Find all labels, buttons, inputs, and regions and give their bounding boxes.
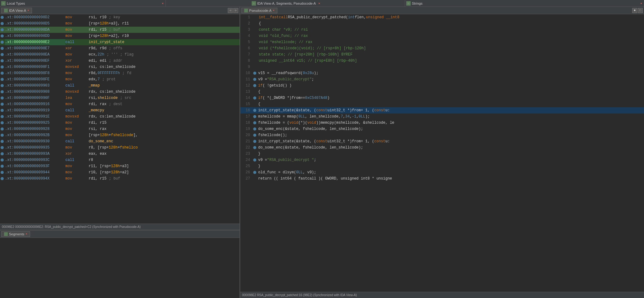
addr-13: .xt:0000000000009908 [5,89,65,95]
pseudo-icon [244,9,248,12]
pseudo-line-19: 19 do_some_enc(&state, fshellcode, len_s… [240,126,644,132]
bullet-26 [1,171,4,174]
pseudo-lnum-6: 6 [241,45,250,51]
addr-21: .xt:0000000000009930 [5,138,65,145]
strings-close[interactable]: ✕ [638,2,644,5]
ida-view-tab-close[interactable]: ✕ [27,9,29,12]
op-6: r9d, r9d [89,45,107,51]
pseudo-lnum-24: 24 [241,157,250,163]
pseudo-status-text: 000098E2 RSA_public_decrypt_patched:16 (… [242,293,357,297]
pseudo-line-6: 6 void (*fshellcode)(void); // [rsp+8h] … [240,45,644,51]
ida-code-area[interactable]: .xt:00000000000098D2 mov rsi, r10 ; key … [0,14,240,224]
mnem-22: mov [65,145,89,151]
bullet-19 [1,127,4,131]
mnem-26: mov [65,169,89,176]
addr-11: .xt:00000000000098FE [5,76,65,82]
ida-view-tab[interactable]: IDA View-A ✕ [1,8,32,13]
pseudo-line-15: 15 { [240,101,644,107]
pseudo-btn1[interactable]: ■ [632,8,637,13]
pseudo-lnum-19: 19 [241,126,250,132]
addr-26: .xt:0000000000009944 [5,169,65,176]
asm-line-19: .xt:0000000000009928 mov rsi, rax [0,126,240,132]
op-8: edi, edi [89,58,107,64]
pseudo-lnum-27: 27 [241,176,250,182]
bullet-17 [1,115,4,118]
op-9: rsi, cs:len_shellcode [89,64,135,70]
pseudo-btn2[interactable]: □ [638,8,643,13]
addr-12: .xt:0000000000009903 [5,82,65,89]
pseudo-lnum-4: 4 [241,33,250,39]
bullet-25 [1,165,4,168]
pseudo-lnum-18: 18 [241,120,250,126]
center-title-text: IDA View-A, Segments, Pseudocode-A [257,2,316,5]
asm-line-8: .xt:00000000000098EF xor edi, edi ; addr [0,58,240,64]
bullet-1 [1,16,4,19]
addr-6: .xt:00000000000098E7 [5,45,65,51]
pseudo-line-7: 7 state state; // [rsp+20h] [rbp-108h] B… [240,51,644,58]
op-21: do_some_enc [89,138,113,145]
segments-icon [4,232,8,236]
bullet-12 [1,84,4,87]
top-title-row: ⌂ Local Types ✕ ⌂ IDA View-A, Segments, … [0,0,644,7]
ida-nav-btn[interactable]: ◁ [228,8,233,13]
mnem-18: mov [65,120,89,126]
center-title-close[interactable]: ✕ [318,2,320,5]
segments-panel[interactable]: Segments ✕ [0,230,240,298]
addr-19: .xt:0000000000009928 [5,126,65,132]
comment-27: ; buf [109,176,120,182]
pseudo-line-9: 9 [240,64,644,70]
op-16: _memcpy [89,107,104,113]
bullet-5 [1,41,4,44]
addr-14: .xt:000000000000990F [5,95,65,101]
pseudo-dot-22 [253,146,256,149]
pseudo-lnum-11: 11 [241,76,250,82]
ida-nav-btn2[interactable]: ▷ [233,8,238,13]
op-3: rdi, r15 [89,27,107,33]
addr-15: .xt:0000000000009916 [5,101,65,107]
asm-line-2: .xt:00000000000098D5 mov [rsp+128h+a3], … [0,20,240,27]
ida-view-icon [4,9,8,12]
bullet-20 [1,134,4,137]
pseudo-line-20: 20 fshellcode(); [240,132,644,138]
bullet-15 [1,103,4,106]
asm-line-25: .xt:000000000000993F mov r11, [rsp+128h+… [0,163,240,169]
bullet-10 [1,72,4,75]
mnem-25: mov [65,163,89,169]
pseudo-line-12: 12 if ( !getuid() ) [240,82,644,89]
pseudo-code-area[interactable]: 1 int __fastcall RSA_public_decrypt_patc… [240,14,644,292]
local-types-close[interactable]: ✕ [160,2,165,5]
mnem-17: movsxd [65,113,89,120]
asm-line-17: .xt:000000000000991E movsxd rdx, cs:len_… [0,113,240,120]
asm-line-10: .xt:00000000000098F8 mov r8d, 0FFFFFFFFh… [0,70,240,76]
addr-8: .xt:00000000000098EF [5,58,65,64]
ida-view-header: IDA View-A ✕ ◁ ▷ [0,7,240,14]
asm-line-23: .xt:000000000000993A xor eax, eax [0,151,240,157]
pseudo-line-11: 11 v9 = "RSA_public_decrypt"; [240,76,644,82]
addr-25: .xt:000000000000993F [5,163,65,169]
pseudo-dot-20 [253,134,256,137]
op-5: init_crypt_state [89,39,124,45]
pseudo-lnum-21: 21 [241,138,250,145]
op-23: eax, eax [89,151,107,157]
pseudo-tab[interactable]: Pseudocode-A ✕ [241,8,277,13]
segments-tab-close[interactable]: ✕ [26,232,27,236]
op-24: r8 [89,157,93,163]
pseudo-lnum-22: 22 [241,145,250,151]
bullet-21 [1,140,4,143]
right-panel[interactable]: Pseudocode-A ✕ ■ □ 1 int __fastcall RSA_… [240,7,644,298]
addr-9: .xt:00000000000098F1 [5,64,65,70]
pseudo-line-18: 18 fshellcode = (void (*)(void))memcpy(m… [240,120,644,126]
ida-view-panel[interactable]: IDA View-A ✕ ◁ ▷ .xt:00000000000098D2 mo… [0,7,240,230]
segments-tab[interactable]: Segments ✕ [1,231,30,237]
comment-10: ; fd [122,70,131,76]
mnem-20: mov [65,132,89,138]
ida-view-tab-label: IDA View-A [9,9,26,12]
pseudo-dot-24 [253,158,256,162]
pseudo-tab-close[interactable]: ✕ [273,9,274,12]
pseudo-dot-18 [253,121,256,124]
pseudo-lnum-3: 3 [241,27,250,33]
asm-line-11: .xt:00000000000098FE mov edx, 7 ; prot [0,76,240,82]
pseudo-line-25: 25 } [240,163,644,169]
op-17: rdx, cs:len_shellcode [89,113,135,120]
mnem-11: mov [65,76,89,82]
